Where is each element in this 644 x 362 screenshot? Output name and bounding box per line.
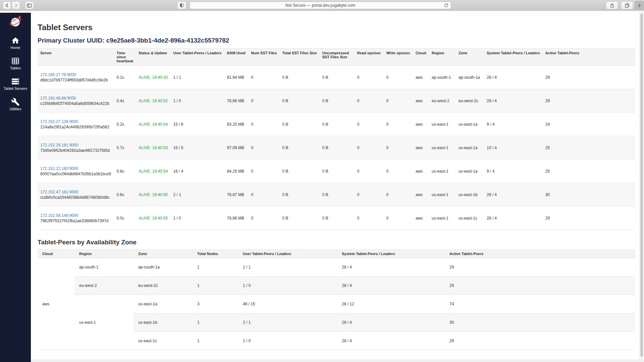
privacy-report-button[interactable] <box>177 1 186 9</box>
cell-zone: us-east-1c <box>456 206 484 230</box>
cell-cloud: aws <box>413 113 429 136</box>
column-header: Total Nodes <box>193 250 238 258</box>
cell-system-tablet-peers: 10 / 4 <box>484 136 543 160</box>
cell-num-sst: 0 <box>249 89 280 113</box>
back-button[interactable] <box>3 1 11 9</box>
cell-zone: us-east-1a <box>456 113 484 136</box>
cell-sst-size: 0 B <box>280 136 320 160</box>
share-button[interactable] <box>606 1 618 9</box>
cell-uncompressed-sst: 0 B <box>320 66 355 89</box>
column-header: Read ops/sec <box>355 49 384 66</box>
new-tab-button[interactable] <box>635 1 644 10</box>
server-row: 172.162.49.88:9000c155b984f2f74004a5a6d5… <box>38 89 635 113</box>
cell-active-tablet-peers: 29 <box>543 206 635 230</box>
server-link[interactable]: 172.162.49.88:9000 <box>40 96 76 101</box>
cell-cloud: aws <box>413 183 429 206</box>
sidebar-item-tables[interactable]: Tables <box>0 57 31 70</box>
vertical-scrollbar[interactable] <box>639 11 644 360</box>
cell-user-tablet-peers: 1 / 0 <box>238 277 337 295</box>
server-uuid: 7345e0652b404292a3ae46f17327fd5d <box>40 148 111 153</box>
sidebar-item-utilities[interactable]: Utilities <box>0 98 31 111</box>
cell-system-tablet-peers: 28 / 4 <box>337 332 445 350</box>
utilities-icon <box>11 98 20 106</box>
sidebar-item-tablet-servers[interactable]: Tablet Servers <box>0 77 31 90</box>
server-link[interactable]: 172.152.27.126:9000 <box>40 119 78 124</box>
cell-active-tablet-peers: 74 <box>445 295 635 313</box>
sidebar-item-label: Tables <box>10 66 21 70</box>
horizontal-scrollbar[interactable] <box>31 360 644 362</box>
sidebar-toggle-icon <box>27 3 32 8</box>
server-link[interactable]: 172.152.29.181:9000 <box>40 143 78 147</box>
server-link[interactable]: 172.152.47.181:9000 <box>40 190 78 194</box>
cell-uncompressed-sst: 0 B <box>320 136 355 160</box>
az-heading: Tablet-Peers by Availability Zone <box>38 239 635 246</box>
url-field[interactable]: Not Secure — portal.dev.yugabyte.com <box>190 2 451 9</box>
cell-system-tablet-peers: 28 / 4 <box>337 258 445 277</box>
cell-uncompressed-sst: 0 B <box>320 89 355 113</box>
cell-num-sst: 0 <box>249 66 280 89</box>
cell-user-tablet-peers: 1 / 0 <box>238 332 337 350</box>
url-text: Not Secure — portal.dev.yugabyte.com <box>285 3 356 8</box>
cell-read-ops: 0 <box>355 66 384 89</box>
cell-system-tablet-peers: 28 / 4 <box>337 277 445 295</box>
forward-button[interactable] <box>12 1 20 9</box>
reload-button[interactable] <box>444 3 449 8</box>
sidebar-toggle-button[interactable] <box>25 1 34 9</box>
cell-user-tablet-peers: 1 / 1 <box>170 66 224 89</box>
vertical-scrollbar-thumb[interactable] <box>640 13 643 357</box>
cell-server: 172.152.47.181:9000ccdb0c0ca33448038b4d8… <box>38 183 114 206</box>
cell-system-tablet-peers: 28 / 4 <box>484 183 543 206</box>
cell-sst-size: 0 B <box>280 206 320 230</box>
cell-ram: 78.86 MB <box>224 206 249 230</box>
server-link[interactable]: 172.165.27.78:9000 <box>40 72 76 77</box>
column-header: RAM Used <box>224 49 249 66</box>
column-header: Status & Uptime <box>136 49 170 66</box>
cell-heartbeat: 0.7s <box>114 136 136 160</box>
column-header: Active Tablet-Peers <box>445 250 635 258</box>
yugabyte-logo-icon <box>9 15 22 29</box>
cell-user-tablet-peers: 2 / 1 <box>170 183 224 206</box>
sidebar-item-home[interactable]: Home <box>0 36 31 50</box>
cell-region: eu-west-2 <box>429 89 456 113</box>
cell-heartbeat: 0.6s <box>114 183 136 206</box>
cell-user-tablet-peers: 2 / 1 <box>238 313 337 332</box>
cell-server: 172.162.49.88:9000c155b984f2f74004a5a6d5… <box>38 89 114 113</box>
cell-uncompressed-sst: 0 B <box>320 113 355 136</box>
cell-region: us-east-1 <box>429 183 456 206</box>
cell-user-tablet-peers: 1 / 0 <box>170 89 224 113</box>
cell-write-ops: 0 <box>384 89 413 113</box>
column-header: Write ops/sec <box>384 49 413 66</box>
server-link[interactable]: 172.152.22.180:9000 <box>40 166 78 171</box>
column-header: User Tablet-Peers / Leaders <box>170 49 224 66</box>
column-header: Active Tablet-Peers <box>543 49 635 66</box>
cell-num-sst: 0 <box>249 183 280 206</box>
back-icon <box>5 3 9 7</box>
main-content: Tablet Servers Primary Cluster UUID: c9e… <box>31 11 644 360</box>
cell-status: ALIVE: 19:40:53 <box>136 136 170 160</box>
cell-uncompressed-sst: 0 B <box>320 183 355 206</box>
home-icon <box>11 36 20 45</box>
cell-active-tablet-peers: 29 <box>445 258 635 277</box>
column-header: Zone <box>133 250 193 258</box>
cell-cloud: aws <box>413 66 429 89</box>
cell-read-ops: 0 <box>355 183 384 206</box>
cell-write-ops: 0 <box>384 183 413 206</box>
tab-overview-button[interactable] <box>621 1 633 9</box>
server-link[interactable]: 172.152.58.148:9000 <box>40 213 78 218</box>
az-row: us-east-1 us-east-1a 3 46 / 15 28 / 12 7… <box>38 295 635 313</box>
shield-icon <box>179 3 184 8</box>
cell-sst-size: 0 B <box>280 183 320 206</box>
cell-write-ops: 0 <box>384 206 413 230</box>
cell-cloud: aws <box>413 206 429 230</box>
cell-user-tablet-peers: 1 / 1 <box>238 258 337 277</box>
cell-cloud: aws <box>413 160 429 183</box>
cell-zone: eu-west-2c <box>456 89 484 113</box>
cell-status: ALIVE: 19:40:54 <box>136 113 170 136</box>
sidebar: Home Tables Tablet Servers Utilities <box>0 13 31 362</box>
cell-zone: eu-west-2c <box>133 277 193 295</box>
cell-active-tablet-peers: 29 <box>445 277 635 295</box>
table-header-row: Server Time since heartbeat Status & Upt… <box>38 49 635 66</box>
cell-active-tablet-peers: 30 <box>543 183 635 206</box>
sidebar-item-label: Tablet Servers <box>4 86 27 90</box>
cell-zone: us-east-1a <box>456 136 484 160</box>
